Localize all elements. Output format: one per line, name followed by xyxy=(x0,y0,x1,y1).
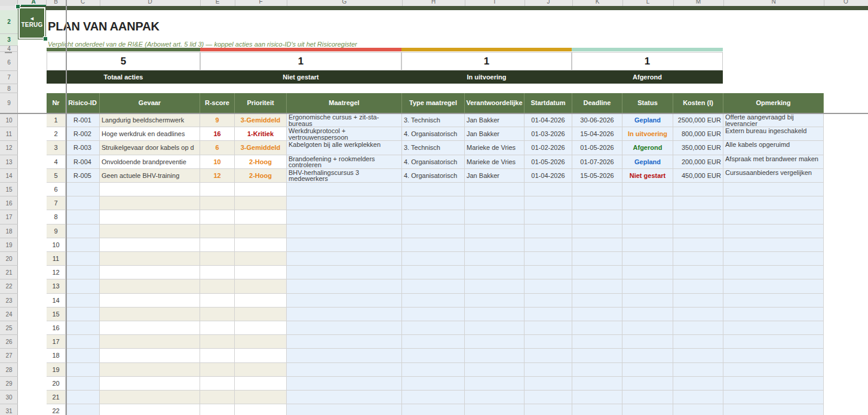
table-cell-r_score[interactable] xyxy=(200,210,235,224)
row-header-4[interactable]: 4 xyxy=(0,46,18,52)
table-cell-gevaar[interactable] xyxy=(100,266,200,279)
table-cell-maatregel[interactable] xyxy=(287,210,402,224)
table-cell-risico_id[interactable] xyxy=(66,252,100,266)
table-cell-gevaar[interactable] xyxy=(100,279,200,293)
table-cell-verantwoordelijke[interactable] xyxy=(465,279,525,293)
table-cell-kosten[interactable] xyxy=(673,210,723,224)
row-header-11[interactable]: 11 xyxy=(0,127,18,141)
row-header-6[interactable]: 6 xyxy=(0,54,18,71)
table-cell-risico_id[interactable] xyxy=(66,363,100,377)
table-cell-startdatum[interactable] xyxy=(525,294,572,308)
table-cell-nr[interactable]: 10 xyxy=(47,238,66,252)
table-cell-opmerking[interactable] xyxy=(723,349,824,362)
table-cell-prioriteit[interactable]: 3-Gemiddeld xyxy=(235,113,287,127)
table-cell-kosten[interactable]: 800,000 EUR xyxy=(673,127,723,141)
table-cell-type_maatregel[interactable]: 4. Organisatorisch xyxy=(402,127,465,141)
table-cell-startdatum[interactable] xyxy=(525,183,572,196)
table-cell-r_score[interactable] xyxy=(200,349,235,362)
row-header-25[interactable]: 25 xyxy=(0,321,18,335)
table-cell-type_maatregel[interactable] xyxy=(402,294,465,308)
column-header-O[interactable]: O xyxy=(844,0,848,5)
table-cell-nr[interactable]: 20 xyxy=(47,377,66,391)
table-cell-verantwoordelijke[interactable] xyxy=(465,252,525,266)
table-cell-deadline[interactable] xyxy=(572,210,622,224)
table-cell-risico_id[interactable] xyxy=(66,308,100,321)
table-cell-maatregel[interactable] xyxy=(287,266,402,279)
row-header-8[interactable]: 8 xyxy=(0,84,18,93)
table-cell-verantwoordelijke[interactable] xyxy=(465,196,525,210)
row-header-10[interactable]: 10 xyxy=(0,113,18,127)
table-cell-type_maatregel[interactable] xyxy=(402,349,465,362)
table-cell-kosten[interactable]: 450,000 EUR xyxy=(673,169,723,183)
table-cell-verantwoordelijke[interactable]: Jan Bakker xyxy=(465,169,525,183)
table-cell-r_score[interactable] xyxy=(200,183,235,196)
table-cell-gevaar[interactable] xyxy=(100,252,200,266)
table-cell-status[interactable] xyxy=(622,404,673,415)
table-cell-status[interactable] xyxy=(622,266,673,279)
column-header-opmerking[interactable]: Opmerking xyxy=(723,93,824,113)
table-cell-nr[interactable]: 8 xyxy=(47,210,66,224)
column-header-B[interactable]: B xyxy=(54,0,58,5)
table-cell-prioriteit[interactable] xyxy=(235,349,287,362)
table-cell-maatregel[interactable] xyxy=(287,404,402,415)
column-header-maatregel[interactable]: Maatregel xyxy=(287,93,402,113)
shape-selection-handle-topleft[interactable] xyxy=(16,4,20,9)
table-cell-kosten[interactable]: 350,000 EUR xyxy=(673,141,723,155)
shape-selection-handle-bottomright[interactable] xyxy=(43,36,48,41)
table-cell-status[interactable] xyxy=(622,238,673,252)
column-header-N[interactable]: N xyxy=(771,0,775,5)
table-cell-verantwoordelijke[interactable] xyxy=(465,363,525,377)
table-cell-kosten[interactable] xyxy=(673,183,723,196)
table-cell-maatregel[interactable]: Kabelgoten bij alle werkplekken xyxy=(287,141,402,155)
column-header-F[interactable]: F xyxy=(259,0,262,5)
table-cell-kosten[interactable] xyxy=(673,252,723,266)
table-cell-type_maatregel[interactable] xyxy=(402,321,465,335)
table-cell-nr[interactable]: 17 xyxy=(47,335,66,349)
row-header-19[interactable]: 19 xyxy=(0,238,18,252)
table-cell-opmerking[interactable] xyxy=(723,225,824,238)
table-cell-kosten[interactable] xyxy=(673,238,723,252)
table-cell-prioriteit[interactable] xyxy=(235,279,287,293)
table-cell-risico_id[interactable] xyxy=(66,294,100,308)
table-cell-prioriteit[interactable] xyxy=(235,252,287,266)
table-cell-kosten[interactable]: 200,000 EUR xyxy=(673,155,723,169)
table-cell-r_score[interactable] xyxy=(200,252,235,266)
table-cell-opmerking[interactable] xyxy=(723,210,824,224)
table-cell-deadline[interactable] xyxy=(572,294,622,308)
row-header-2[interactable]: 2 xyxy=(0,10,18,34)
table-cell-risico_id[interactable] xyxy=(66,335,100,349)
table-cell-maatregel[interactable] xyxy=(287,391,402,404)
table-cell-nr[interactable]: 15 xyxy=(47,308,66,321)
table-cell-verantwoordelijke[interactable]: Marieke de Vries xyxy=(465,141,525,155)
table-cell-deadline[interactable] xyxy=(572,335,622,349)
table-cell-risico_id[interactable]: R-003 xyxy=(66,141,100,155)
table-cell-opmerking[interactable] xyxy=(723,363,824,377)
table-cell-nr[interactable]: 13 xyxy=(47,279,66,293)
table-cell-kosten[interactable] xyxy=(673,308,723,321)
table-cell-prioriteit[interactable] xyxy=(235,335,287,349)
column-header-nr[interactable]: Nr xyxy=(47,93,66,113)
table-cell-risico_id[interactable] xyxy=(66,196,100,210)
table-cell-status[interactable] xyxy=(622,252,673,266)
table-cell-maatregel[interactable] xyxy=(287,294,402,308)
column-header-J[interactable]: J xyxy=(547,0,550,5)
table-cell-deadline[interactable]: 15-05-2026 xyxy=(572,169,622,183)
table-cell-status[interactable] xyxy=(622,210,673,224)
table-cell-startdatum[interactable] xyxy=(525,391,572,404)
table-cell-type_maatregel[interactable] xyxy=(402,404,465,415)
table-cell-kosten[interactable] xyxy=(673,391,723,404)
table-cell-deadline[interactable] xyxy=(572,404,622,415)
table-cell-prioriteit[interactable]: 2-Hoog xyxy=(235,169,287,183)
table-cell-deadline[interactable] xyxy=(572,349,622,362)
column-header-gevaar[interactable]: Gevaar xyxy=(100,93,200,113)
table-cell-startdatum[interactable] xyxy=(525,266,572,279)
table-cell-prioriteit[interactable] xyxy=(235,294,287,308)
table-cell-opmerking[interactable] xyxy=(723,335,824,349)
row-header-29[interactable]: 29 xyxy=(0,377,18,391)
table-cell-status[interactable] xyxy=(622,321,673,335)
table-cell-deadline[interactable] xyxy=(572,225,622,238)
row-header-26[interactable]: 26 xyxy=(0,335,18,349)
table-cell-risico_id[interactable] xyxy=(66,391,100,404)
table-cell-r_score[interactable]: 12 xyxy=(200,169,235,183)
table-cell-type_maatregel[interactable]: 3. Technisch xyxy=(402,141,465,155)
